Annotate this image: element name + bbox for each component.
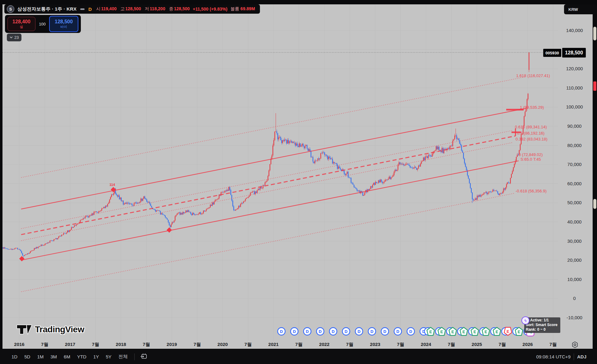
- ohlc-value: 128,500: [174, 6, 190, 12]
- last-price-tag: 128,500: [562, 48, 586, 58]
- toolbar-divider: [574, 353, 574, 360]
- grid-layer: [2, 4, 558, 341]
- toolbar-divider: [134, 353, 135, 360]
- ohlc-value: 119,400: [101, 6, 117, 12]
- range-button[interactable]: 6M: [60, 352, 74, 362]
- fib-label: -0.618 (56,356.9): [516, 189, 547, 193]
- sell-price: 128,400: [12, 19, 30, 25]
- ohlc-value: 118,200: [150, 6, 165, 12]
- range-button[interactable]: 3M: [47, 352, 60, 362]
- gear-icon: [572, 341, 578, 348]
- fib-label: 0 (72,849.02): [519, 152, 543, 157]
- date-range-buttons: 1D5D1M3M6MYTD1Y5Y전체: [0, 352, 131, 362]
- pitchfork-point-label: 114: [109, 183, 115, 187]
- symbol-code-tag: 005930: [543, 49, 561, 57]
- candles-layer: [3, 53, 530, 257]
- trade-panel: 128,400 셀 100 128,500 바이: [5, 15, 81, 33]
- chevron-down-icon: [10, 36, 13, 39]
- volume-value: 69.89M: [240, 6, 255, 12]
- tooltip-line: Rank: 0 ~ 0: [526, 327, 559, 332]
- clock-timezone-button[interactable]: 09:08:14 UTC+9: [536, 354, 571, 359]
- lightning-icon: ϟ: [521, 316, 530, 325]
- sell-button[interactable]: 128,400 셀: [7, 17, 35, 31]
- quantity-value[interactable]: 100: [39, 22, 46, 26]
- ohlc-values: 시 119,400 고 128,500 저 118,200 종 128,500: [96, 6, 190, 12]
- fib-label: 0.382 (83,043.18): [516, 137, 548, 141]
- symbol-logo: S: [7, 5, 14, 13]
- pitchfork-anchor: [167, 227, 172, 233]
- fib-label: 1.618 (116,027.41): [516, 73, 550, 78]
- candlestick-chart[interactable]: [0, 0, 597, 364]
- object-count: 23: [14, 35, 19, 40]
- range-button[interactable]: 1M: [34, 352, 47, 362]
- range-button[interactable]: 5D: [21, 352, 34, 362]
- buy-label: 바이: [60, 25, 67, 29]
- volume-label: 볼륨: [230, 6, 239, 12]
- tradingview-logo-mark: [16, 323, 32, 336]
- fib-label: 0.618 (89,341.14): [515, 125, 547, 129]
- ohlc-label: 고: [120, 6, 125, 12]
- range-button[interactable]: 1D: [8, 352, 21, 362]
- interval-badge[interactable]: D: [88, 7, 92, 12]
- indicator-tooltip: ϟ Active: 1/1Sort: Smart ScoreRank: 0 ~ …: [524, 317, 560, 333]
- buy-button[interactable]: 128,500 바이: [49, 16, 78, 32]
- price-change: +11,500 (+9.83%): [193, 7, 227, 12]
- ohlc-item: 종 128,500: [169, 6, 190, 12]
- currency-button[interactable]: KRW: [564, 4, 597, 14]
- tooltip-line: Active: 1/1: [526, 318, 559, 323]
- ohlc-item: 저 118,200: [145, 6, 165, 12]
- fib-channel-layer: [19, 77, 526, 292]
- bottom-toolbar: 1D5D1M3M6MYTD1Y5Y전체 09:08:14 UTC+9 ADJ: [0, 349, 597, 364]
- tradingview-logo[interactable]: TradingView: [16, 323, 84, 336]
- object-tree-button[interactable]: 23: [7, 34, 21, 41]
- sell-label: 셀: [20, 25, 23, 29]
- fib-label: 0.5 (86,192.16): [517, 131, 544, 136]
- buy-price: 128,500: [55, 19, 73, 25]
- volume: 볼륨 69.89M: [230, 6, 255, 12]
- go-to-date-button[interactable]: [138, 352, 150, 361]
- plot-area: [2, 4, 558, 341]
- tradingview-chart-window: S 삼성전자보통주 · 1주 · KRX D 시 119,400 고 128,5…: [0, 0, 597, 364]
- symbol-title[interactable]: 삼성전자보통주 · 1주 · KRX: [17, 6, 76, 12]
- fib-label: 1 (99,535.29): [520, 105, 544, 110]
- symbol-header[interactable]: S 삼성전자보통주 · 1주 · KRX D 시 119,400 고 128,5…: [4, 4, 260, 14]
- ohlc-value: 128,500: [125, 6, 141, 12]
- market-status-icon: [80, 8, 85, 10]
- range-button[interactable]: 5Y: [102, 352, 115, 362]
- fib-label: S:65.0 T:45: [521, 157, 541, 162]
- go-to-date-icon: [140, 352, 148, 360]
- range-button[interactable]: YTD: [74, 352, 90, 362]
- adjusted-data-toggle[interactable]: ADJ: [577, 354, 586, 359]
- timezone-settings-button[interactable]: [571, 341, 579, 348]
- ohlc-label: 종: [169, 6, 173, 12]
- ohlc-label: 저: [145, 6, 149, 12]
- tooltip-line: Sort: Smart Score: [526, 323, 559, 327]
- tradingview-logo-text: TradingView: [35, 325, 84, 334]
- ohlc-item: 고 128,500: [120, 6, 141, 12]
- ohlc-item: 시 119,400: [96, 6, 117, 12]
- range-button[interactable]: 전체: [115, 352, 131, 362]
- range-button[interactable]: 1Y: [90, 352, 102, 362]
- ohlc-label: 시: [96, 6, 100, 12]
